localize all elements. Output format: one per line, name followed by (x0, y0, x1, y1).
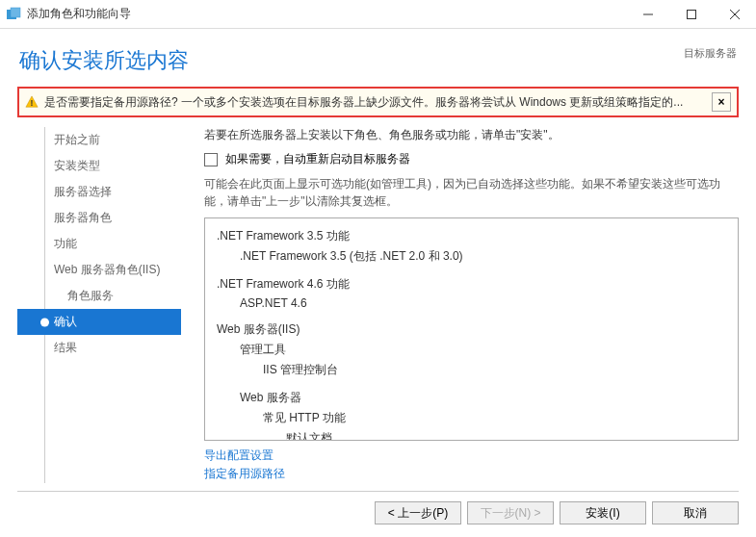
sidebar-step-7[interactable]: 确认 (17, 309, 181, 335)
checkbox-label: 如果需要，自动重新启动目标服务器 (225, 151, 410, 167)
sidebar-step-5[interactable]: Web 服务器角色(IIS) (17, 257, 181, 283)
feature-item: IIS 管理控制台 (217, 360, 726, 380)
target-server-label: 目标服务器 (684, 46, 737, 61)
warning-close-button[interactable]: × (712, 92, 731, 112)
sidebar-step-3[interactable]: 服务器角色 (17, 205, 181, 231)
feature-item: Web 服务器 (217, 388, 726, 408)
maximize-button[interactable] (669, 0, 713, 29)
auto-restart-checkbox[interactable]: 如果需要，自动重新启动目标服务器 (204, 151, 739, 167)
intro-text: 若要在所选服务器上安装以下角色、角色服务或功能，请单击"安装"。 (204, 127, 739, 143)
sidebar-step-8[interactable]: 结果 (17, 335, 181, 361)
feature-item: .NET Framework 4.6 功能 (217, 274, 726, 294)
links: 导出配置设置 指定备用源路径 (204, 441, 739, 483)
footer-buttons: < 上一步(P) 下一步(N) > 安装(I) 取消 (0, 492, 756, 534)
feature-item: ASP.NET 4.6 (217, 294, 726, 312)
svg-rect-3 (687, 10, 695, 18)
header: 确认安装所选内容 目标服务器 (0, 29, 756, 83)
titlebar: 添加角色和功能向导 (0, 0, 756, 29)
features-list[interactable]: .NET Framework 3.5 功能.NET Framework 3.5 … (204, 217, 739, 441)
export-config-link[interactable]: 导出配置设置 (204, 447, 739, 465)
feature-item: .NET Framework 3.5 功能 (217, 226, 726, 246)
feature-item: 管理工具 (217, 340, 726, 360)
feature-item: 常见 HTTP 功能 (217, 408, 726, 428)
sidebar-step-2[interactable]: 服务器选择 (17, 179, 181, 205)
description-text: 可能会在此页面上显示可选功能(如管理工具)，因为已自动选择这些功能。如果不希望安… (204, 175, 739, 210)
window-title: 添加角色和功能向导 (27, 6, 626, 22)
feature-item: Web 服务器(IIS) (217, 320, 726, 340)
svg-text:!: ! (31, 98, 34, 108)
next-button: 下一步(N) > (467, 501, 554, 524)
wizard-sidebar: 开始之前安装类型服务器选择服务器角色功能Web 服务器角色(IIS)角色服务确认… (17, 127, 181, 483)
close-button[interactable] (713, 0, 756, 29)
warning-banner: ! 是否需要指定备用源路径? 一个或多个安装选项在目标服务器上缺少源文件。服务器… (17, 87, 739, 117)
app-icon (6, 7, 21, 22)
warning-icon: ! (25, 95, 39, 109)
checkbox-icon (204, 153, 218, 166)
sidebar-step-0[interactable]: 开始之前 (17, 127, 181, 153)
svg-rect-1 (11, 8, 20, 17)
window-controls (626, 0, 756, 29)
sidebar-step-6[interactable]: 角色服务 (17, 283, 181, 309)
cancel-button[interactable]: 取消 (652, 501, 739, 524)
main-panel: 若要在所选服务器上安装以下角色、角色服务或功能，请单击"安装"。 如果需要，自动… (181, 127, 739, 483)
sidebar-step-1[interactable]: 安装类型 (17, 153, 181, 179)
previous-button[interactable]: < 上一步(P) (375, 501, 461, 524)
warning-text: 是否需要指定备用源路径? 一个或多个安装选项在目标服务器上缺少源文件。服务器将尝… (44, 94, 706, 111)
feature-item: 默认文档 (217, 428, 726, 441)
feature-item: .NET Framework 3.5 (包括 .NET 2.0 和 3.0) (217, 246, 726, 267)
minimize-button[interactable] (626, 0, 669, 29)
page-title: 确认安装所选内容 (19, 46, 189, 75)
specify-source-link[interactable]: 指定备用源路径 (204, 465, 739, 483)
content-area: 开始之前安装类型服务器选择服务器角色功能Web 服务器角色(IIS)角色服务确认… (0, 127, 756, 483)
sidebar-step-4[interactable]: 功能 (17, 231, 181, 257)
install-button[interactable]: 安装(I) (560, 501, 646, 524)
